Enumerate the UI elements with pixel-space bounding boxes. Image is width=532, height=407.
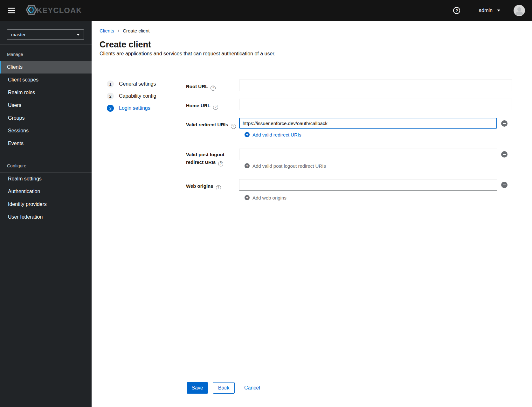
sidebar-item-users[interactable]: Users — [0, 99, 92, 112]
help-icon[interactable]: ? — [231, 124, 236, 129]
keycloak-admin-console: KEYCLOAK ? admin master Manage — [0, 0, 532, 407]
login-settings-form: Root URL? Home URL? Valid redirect URIs?… — [92, 64, 532, 407]
valid-redirect-uri-value: https://issuer.enforce.dev/oauth/callbac… — [243, 121, 328, 126]
help-icon[interactable]: ? — [453, 7, 460, 14]
add-valid-redirect-uris-button[interactable]: + Add valid redirect URIs — [245, 132, 301, 137]
realm-selector[interactable]: master — [7, 29, 84, 40]
root-url-input[interactable] — [239, 80, 512, 91]
caret-down-icon — [77, 34, 80, 36]
web-origins-label: Web origins? — [186, 182, 221, 190]
nav-list-manage: Clients Client scopes Realm roles Users … — [0, 61, 92, 150]
plus-circle-icon: + — [245, 163, 250, 168]
remove-web-origin-button[interactable] — [501, 182, 508, 188]
username: admin — [479, 8, 493, 13]
sidebar-item-identity-providers[interactable]: Identity providers — [0, 198, 92, 211]
page-subtitle: Clients are applications and services th… — [100, 51, 275, 57]
page-title: Create client — [100, 40, 151, 50]
text-cursor — [328, 120, 328, 126]
avatar[interactable] — [514, 5, 525, 16]
breadcrumb-current: Create client — [123, 28, 149, 33]
nav-section-manage: Manage — [0, 48, 92, 61]
remove-redirect-uri-button[interactable] — [501, 120, 508, 127]
home-url-label: Home URL? — [186, 102, 218, 110]
home-url-input[interactable] — [239, 99, 512, 110]
save-button[interactable]: Save — [187, 382, 208, 394]
sidebar-item-realm-roles[interactable]: Realm roles — [0, 86, 92, 99]
post-logout-redirect-uris-input[interactable] — [239, 149, 497, 160]
cancel-button[interactable]: Cancel — [240, 382, 265, 394]
remove-post-logout-uri-button[interactable] — [501, 151, 508, 158]
main-content: Clients › Create client Create client Cl… — [92, 21, 532, 407]
sidebar-item-realm-settings[interactable]: Realm settings — [0, 172, 92, 185]
sidebar-item-events[interactable]: Events — [0, 137, 92, 150]
sidebar-item-groups[interactable]: Groups — [0, 112, 92, 124]
valid-redirect-uris-label: Valid redirect URIs? — [186, 121, 236, 129]
add-post-logout-redirect-uris-button[interactable]: + Add valid post logout redirect URIs — [245, 163, 326, 169]
page-header: Clients › Create client Create client Cl… — [92, 21, 532, 64]
create-client-wizard: 1 General settings 2 Capability config 3… — [92, 64, 532, 407]
caret-down-icon — [497, 10, 500, 11]
masthead: KEYCLOAK ? admin — [0, 0, 532, 21]
plus-circle-icon: + — [245, 195, 250, 200]
help-icon[interactable]: ? — [216, 185, 221, 190]
post-logout-redirect-uris-label: Valid post logout redirect URIs? — [186, 151, 225, 166]
breadcrumb-separator-icon: › — [118, 28, 119, 33]
sidebar-divider — [0, 45, 92, 45]
realm-name: master — [11, 32, 26, 37]
sidebar-item-authentication[interactable]: Authentication — [0, 185, 92, 198]
web-origins-input[interactable] — [239, 179, 497, 191]
masthead-toolbar: ? admin — [453, 5, 532, 16]
plus-circle-icon: + — [245, 132, 250, 137]
root-url-label: Root URL? — [186, 83, 216, 91]
help-icon[interactable]: ? — [211, 86, 216, 91]
sidebar-item-client-scopes[interactable]: Client scopes — [0, 74, 92, 86]
breadcrumb-clients-link[interactable]: Clients — [100, 28, 114, 33]
sidebar-item-sessions[interactable]: Sessions — [0, 124, 92, 137]
nav-section-configure: Configure — [0, 159, 92, 172]
hamburger-menu-icon[interactable] — [8, 8, 15, 13]
sidebar-item-clients[interactable]: Clients — [0, 61, 92, 74]
back-button[interactable]: Back — [213, 382, 235, 394]
sidebar-item-user-federation[interactable]: User federation — [0, 211, 92, 223]
help-icon[interactable]: ? — [218, 161, 223, 166]
help-icon[interactable]: ? — [213, 105, 218, 110]
user-dropdown[interactable]: admin — [479, 8, 500, 13]
nav-list-configure: Realm settings Authentication Identity p… — [0, 172, 92, 223]
brand-name: KEYCLOAK — [37, 6, 82, 15]
add-web-origins-button[interactable]: + Add web origins — [245, 195, 287, 200]
keycloak-brand: KEYCLOAK — [24, 3, 82, 18]
sidebar: master Manage Clients Client scopes Real… — [0, 21, 92, 407]
valid-redirect-uris-input[interactable]: https://issuer.enforce.dev/oauth/callbac… — [239, 118, 497, 129]
breadcrumb: Clients › Create client — [100, 28, 149, 33]
